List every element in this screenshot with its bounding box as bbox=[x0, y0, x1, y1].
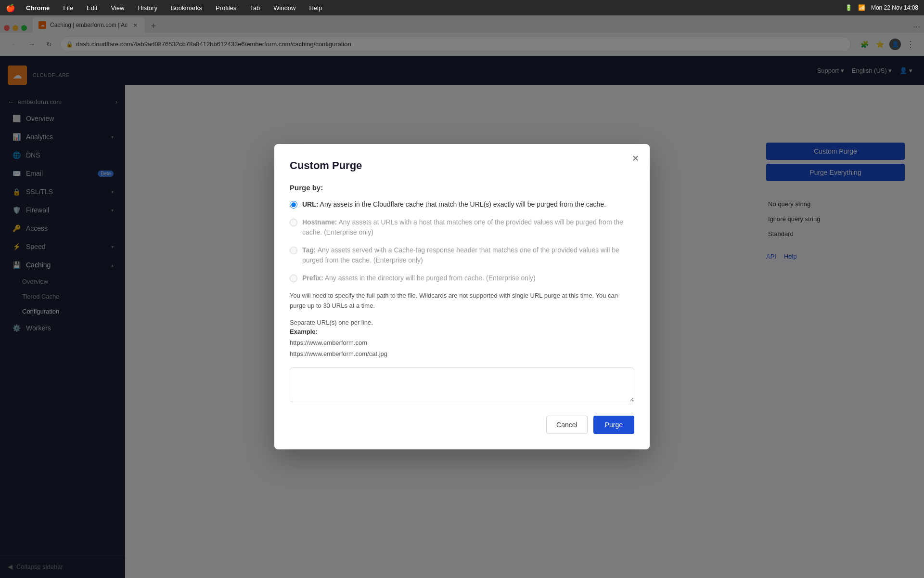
window-menu[interactable]: Window bbox=[270, 3, 298, 13]
radio-prefix[interactable] bbox=[290, 275, 297, 282]
example-url-2: https://www.emberform.com/cat.jpg bbox=[290, 348, 634, 359]
example-url-1: https://www.emberform.com bbox=[290, 337, 634, 348]
tab-menu[interactable]: Tab bbox=[247, 3, 263, 13]
history-menu[interactable]: History bbox=[135, 3, 160, 13]
modal-overlay: ✕ Custom Purge Purge by: URL: Any assets… bbox=[0, 15, 924, 578]
bookmarks-menu[interactable]: Bookmarks bbox=[168, 3, 205, 13]
menubar-right: 🔋 📶 Mon 22 Nov 14:08 bbox=[845, 4, 918, 11]
radio-prefix-text: Any assets in the directory will be purg… bbox=[325, 274, 536, 282]
view-menu[interactable]: View bbox=[108, 3, 127, 13]
radio-tag-text: Any assets served with a Cache-tag respo… bbox=[302, 246, 619, 264]
radio-tag-label: Tag: Any assets served with a Cache-tag … bbox=[302, 245, 634, 265]
purge-by-label: Purge by: bbox=[290, 184, 634, 192]
url-textarea[interactable] bbox=[290, 368, 634, 402]
example-urls: https://www.emberform.com https://www.em… bbox=[290, 337, 634, 360]
radio-hostname-bold: Hostname: bbox=[302, 218, 337, 226]
separate-label: Separate URL(s) one per line. bbox=[290, 319, 634, 326]
modal-close-button[interactable]: ✕ bbox=[629, 152, 642, 165]
time-display: Mon 22 Nov 14:08 bbox=[871, 4, 918, 11]
radio-url[interactable] bbox=[290, 201, 297, 209]
radio-url-label: URL: Any assets in the Cloudflare cache … bbox=[302, 199, 606, 210]
radio-prefix-bold: Prefix: bbox=[302, 274, 323, 282]
help-menu[interactable]: Help bbox=[307, 3, 325, 13]
radio-hostname-label: Hostname: Any assets at URLs with a host… bbox=[302, 217, 634, 237]
radio-url-text: Any assets in the Cloudflare cache that … bbox=[320, 200, 606, 208]
radio-option-url[interactable]: URL: Any assets in the Cloudflare cache … bbox=[290, 199, 634, 210]
modal-title: Custom Purge bbox=[290, 159, 634, 172]
radio-url-bold: URL: bbox=[302, 200, 318, 208]
battery-icon: 🔋 bbox=[845, 4, 852, 11]
cancel-button[interactable]: Cancel bbox=[546, 416, 588, 434]
radio-tag-bold: Tag: bbox=[302, 246, 316, 254]
purge-button[interactable]: Purge bbox=[593, 416, 634, 434]
chrome-menu[interactable]: Chrome bbox=[23, 3, 52, 13]
menubar: 🍎 Chrome File Edit View History Bookmark… bbox=[0, 0, 924, 15]
example-label: Example: bbox=[290, 328, 634, 335]
radio-tag[interactable] bbox=[290, 247, 297, 254]
file-menu[interactable]: File bbox=[60, 3, 76, 13]
radio-option-prefix[interactable]: Prefix: Any assets in the directory will… bbox=[290, 273, 634, 283]
radio-prefix-label: Prefix: Any assets in the directory will… bbox=[302, 273, 536, 283]
example-section: Separate URL(s) one per line. Example: h… bbox=[290, 319, 634, 360]
profiles-menu[interactable]: Profiles bbox=[213, 3, 239, 13]
edit-menu[interactable]: Edit bbox=[84, 3, 100, 13]
radio-hostname-text: Any assets at URLs with a host that matc… bbox=[302, 218, 623, 236]
modal-footer: Cancel Purge bbox=[290, 416, 634, 434]
radio-option-hostname[interactable]: Hostname: Any assets at URLs with a host… bbox=[290, 217, 634, 237]
apple-menu[interactable]: 🍎 bbox=[6, 3, 15, 13]
example-bold-text: Example: bbox=[290, 328, 318, 335]
wifi-icon: 📶 bbox=[858, 4, 865, 11]
custom-purge-modal: ✕ Custom Purge Purge by: URL: Any assets… bbox=[274, 144, 650, 449]
info-text: You will need to specify the full path t… bbox=[290, 291, 634, 311]
radio-hostname[interactable] bbox=[290, 219, 297, 226]
radio-option-tag[interactable]: Tag: Any assets served with a Cache-tag … bbox=[290, 245, 634, 265]
